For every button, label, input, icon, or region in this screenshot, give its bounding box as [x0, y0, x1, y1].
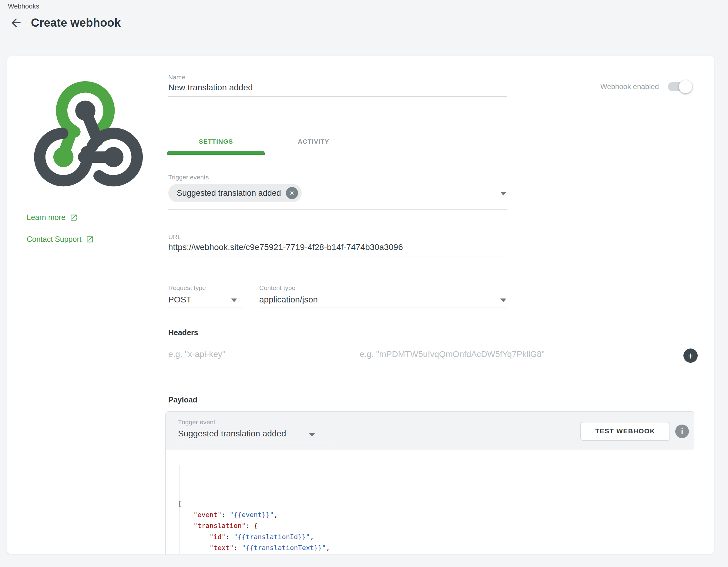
request-type-select[interactable]: POST [168, 295, 191, 304]
name-input[interactable] [168, 83, 507, 97]
contact-support-link[interactable]: Contact Support [27, 235, 94, 244]
payload-code[interactable]: { "event": "{{event}}", "translation": {… [166, 450, 694, 554]
tab-bar: SETTINGS ACTIVITY [167, 129, 362, 154]
content-type-select[interactable]: application/json [259, 295, 318, 304]
indent-guide [179, 465, 180, 554]
test-webhook-button[interactable]: TEST WEBHOOK [580, 422, 670, 441]
content-type-label: Content type [259, 284, 295, 291]
contact-support-label: Contact Support [27, 235, 82, 244]
indent-guide [196, 487, 196, 554]
payload-title: Payload [168, 395, 197, 404]
payload-trigger-event-select[interactable]: Suggested translation added [178, 429, 286, 438]
request-type-underline [168, 307, 244, 308]
header-key-input[interactable] [168, 349, 347, 363]
code-line: "text": "{{translationText}}", [177, 542, 694, 554]
url-input[interactable] [168, 243, 507, 257]
external-link-icon [70, 214, 78, 222]
code-line: "event": "{{event}}", [177, 509, 694, 521]
chip-remove-icon[interactable]: ✕ [286, 187, 298, 199]
trigger-events-dropdown-icon[interactable] [500, 192, 506, 196]
tabs-divider [168, 154, 694, 154]
url-label: URL [168, 233, 181, 241]
payload-trigger-event-label: Trigger event [178, 418, 215, 426]
back-arrow-icon[interactable] [9, 16, 23, 30]
external-link-icon [86, 236, 94, 243]
tab-activity[interactable]: ACTIVITY [265, 129, 362, 154]
trigger-events-underline [168, 209, 507, 210]
webhook-card: Learn more Contact Support Name Webhook … [7, 56, 714, 554]
payload-panel: Trigger event Suggested translation adde… [165, 411, 694, 554]
content-type-underline [259, 307, 507, 308]
payload-panel-header: Trigger event Suggested translation adde… [166, 412, 694, 450]
webhook-logo-icon [24, 74, 147, 192]
request-type-dropdown-icon[interactable] [231, 298, 237, 302]
tab-activity-label: ACTIVITY [298, 138, 329, 145]
chip-label: Suggested translation added [177, 189, 281, 198]
page-header: Create webhook [9, 16, 121, 30]
page-title: Create webhook [31, 16, 121, 29]
learn-more-link[interactable]: Learn more [27, 213, 78, 222]
learn-more-label: Learn more [27, 213, 65, 222]
payload-trigger-event-dropdown-icon[interactable] [309, 433, 315, 437]
headers-title: Headers [168, 328, 198, 337]
name-label: Name [168, 74, 185, 81]
trigger-events-label: Trigger events [168, 174, 209, 181]
header-value-input[interactable] [360, 349, 659, 363]
toggle-thumb [679, 80, 692, 93]
request-type-label: Request type [168, 284, 206, 291]
code-line: "translation": { [177, 520, 694, 532]
webhook-enabled-toggle[interactable] [668, 82, 691, 91]
content-type-dropdown-icon[interactable] [500, 298, 506, 302]
info-icon[interactable]: i [675, 424, 689, 438]
active-tab-indicator [167, 151, 265, 155]
add-header-button[interactable]: + [683, 348, 698, 363]
breadcrumb[interactable]: Webhooks [8, 2, 39, 10]
webhook-enabled-row: Webhook enabled [600, 82, 691, 91]
code-line: "id": "{{translationId}}", [177, 532, 694, 543]
trigger-event-chip[interactable]: Suggested translation added ✕ [168, 184, 302, 202]
code-line: { [177, 498, 694, 509]
webhook-enabled-label: Webhook enabled [600, 82, 659, 91]
code-line: "pluralCategoryName": "{{translationPlur… [177, 554, 694, 554]
tab-settings[interactable]: SETTINGS [167, 129, 265, 154]
tab-settings-label: SETTINGS [199, 138, 233, 145]
payload-trigger-event-underline [178, 443, 333, 443]
